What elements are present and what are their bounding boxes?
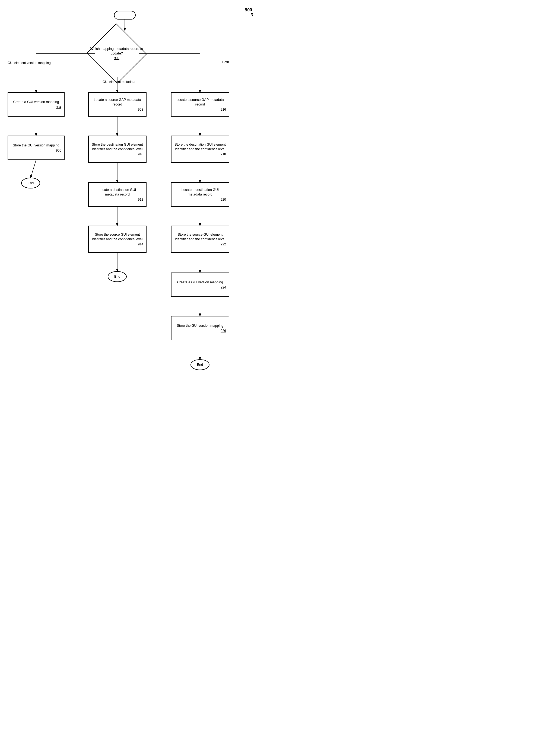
svg-line-7 [31,160,36,177]
node-912: Locate a destination GUI metadata record… [88,182,147,207]
node-924: Create a GUI version mapping 924 [171,273,229,297]
node-916: Locate a source GAP metadata record 916 [171,92,229,117]
branch-label-right: Both [222,60,229,64]
node-918: Store the destination GUI element identi… [171,136,229,163]
diagram-container: 900 ↙ Which mapping metadata record to u… [0,0,267,378]
node-904: Create a GUI version mapping 904 [8,92,65,117]
decision-text: Which mapping metadata record to update?… [90,30,144,77]
node-908: Locate a source GAP metadata record 908 [88,92,147,117]
decision-diamond-wrapper: Which mapping metadata record to update?… [90,30,144,77]
node-914: Store the source GUI element identifier … [88,226,147,253]
end-terminal-1: End [21,177,40,188]
node-920: Locate a destination GUI metadata record… [171,182,229,207]
end-terminal-3: End [190,359,210,370]
end-terminal-2: End [108,271,127,282]
node-906: Store the GUI version mapping 906 [8,136,65,160]
branch-label-left: GUI element version mapping [8,61,51,65]
node-922: Store the source GUI element identifier … [171,226,229,253]
node-926: Store the GUI version mapping 926 [171,316,229,340]
node-910: Store the destination GUI element identi… [88,136,147,163]
start-terminal [114,11,136,19]
branch-label-middle: GUI element metadata [102,80,135,84]
